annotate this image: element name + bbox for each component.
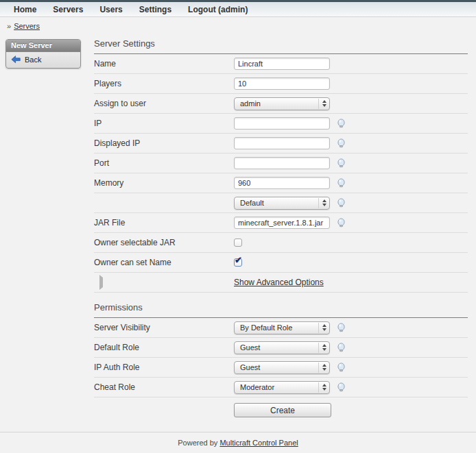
owner-selectable-jar-checkbox[interactable]: ✔	[234, 238, 242, 247]
server-settings-heading: Server Settings	[94, 38, 468, 49]
form-row-memory: Memory	[94, 173, 468, 193]
footer-text: Powered by	[178, 439, 217, 447]
footer: Powered by Multicraft Control Panel	[0, 432, 476, 453]
up-down-arrows-icon	[318, 198, 326, 208]
form-row-port: Port	[94, 154, 468, 173]
server-visibility-select[interactable]: By Default Role	[234, 321, 330, 334]
up-down-arrows-icon	[318, 99, 326, 109]
default-role-label: Default Role	[94, 343, 234, 352]
nav-item-logout[interactable]: Logout (admin)	[188, 5, 248, 14]
cheat-role-select[interactable]: Moderator	[234, 381, 330, 394]
bulb-icon[interactable]	[337, 119, 346, 129]
nav-item-settings[interactable]: Settings	[139, 5, 171, 14]
advanced-options-toggle	[94, 278, 234, 287]
form-row-ip-auth-role: IP Auth Role Guest	[94, 358, 468, 378]
default-role-select[interactable]: Guest	[234, 341, 330, 354]
nav-bar: Home Servers Users Settings Logout (admi…	[0, 0, 476, 17]
form-row-displayed-ip: Displayed IP	[94, 134, 468, 154]
memory-input[interactable]	[234, 177, 330, 189]
sidebar: New Server Back	[5, 39, 81, 69]
show-advanced-options-link[interactable]: Show Advanced Options	[234, 278, 324, 287]
bulb-icon[interactable]	[337, 138, 346, 149]
bulb-icon[interactable]	[337, 218, 346, 228]
bulb-icon[interactable]	[337, 178, 346, 188]
permissions-heading: Permissions	[94, 302, 468, 313]
nav-item-home[interactable]: Home	[14, 5, 36, 14]
main-content: Server Settings Name Players Assign to u…	[94, 38, 468, 421]
create-button[interactable]: Create	[234, 403, 331, 417]
breadcrumb: »Servers	[0, 17, 476, 34]
nav-item-servers[interactable]: Servers	[53, 5, 83, 14]
breadcrumb-separator: »	[7, 22, 11, 30]
jar-preset-select[interactable]: Default	[234, 197, 330, 210]
triangle-right-icon	[99, 275, 103, 290]
port-label: Port	[94, 158, 234, 168]
checkmark-icon: ✔	[235, 255, 242, 265]
bulb-icon[interactable]	[337, 158, 346, 169]
server-visibility-label: Server Visibility	[94, 323, 234, 332]
form-row-owner-can-set-name: Owner can set Name ✔	[94, 253, 468, 273]
form-row-jar-preset: Default	[94, 193, 468, 213]
assign-to-user-select-value: admin	[240, 99, 318, 108]
form-row-assign-to-user: Assign to user admin	[94, 94, 468, 114]
jar-file-label: JAR File	[94, 218, 234, 228]
ip-label: IP	[94, 119, 234, 128]
sidebar-title: New Server	[6, 40, 80, 52]
server-visibility-select-value: By Default Role	[240, 323, 318, 332]
bulb-icon[interactable]	[337, 198, 346, 208]
form-row-owner-selectable-jar: Owner selectable JAR ✔	[94, 233, 468, 253]
players-label: Players	[94, 79, 234, 88]
form-row-name: Name	[94, 54, 468, 74]
default-role-select-value: Guest	[240, 343, 318, 352]
back-button-label: Back	[25, 56, 41, 64]
bulb-icon[interactable]	[337, 363, 346, 373]
memory-label: Memory	[94, 178, 234, 188]
form-row-cheat-role: Cheat Role Moderator	[94, 378, 468, 397]
up-down-arrows-icon	[318, 382, 326, 393]
up-down-arrows-icon	[318, 323, 326, 333]
owner-selectable-jar-label: Owner selectable JAR	[94, 238, 234, 247]
owner-can-set-name-checkbox[interactable]: ✔	[234, 258, 242, 267]
name-input[interactable]	[234, 58, 330, 70]
up-down-arrows-icon	[318, 363, 326, 373]
assign-to-user-select[interactable]: admin	[234, 97, 330, 110]
assign-to-user-label: Assign to user	[94, 99, 234, 108]
players-input[interactable]	[234, 77, 330, 90]
form-row-create: Create	[94, 397, 468, 421]
jar-preset-select-value: Default	[240, 199, 318, 207]
ip-auth-role-select-value: Guest	[240, 363, 318, 371]
cheat-role-select-value: Moderator	[240, 383, 318, 391]
ip-input[interactable]	[234, 117, 330, 130]
form-row-jar-file: JAR File	[94, 213, 468, 233]
nav-item-users[interactable]: Users	[99, 5, 122, 14]
port-input[interactable]	[234, 157, 330, 169]
displayed-ip-label: Displayed IP	[94, 138, 234, 148]
displayed-ip-input[interactable]	[234, 137, 330, 149]
form-row-players: Players	[94, 74, 468, 94]
form-row-server-visibility: Server Visibility By Default Role	[94, 318, 468, 338]
form-row-advanced-options: Show Advanced Options	[94, 273, 468, 293]
ip-auth-role-select[interactable]: Guest	[234, 361, 330, 374]
owner-can-set-name-label: Owner can set Name	[94, 258, 234, 267]
jar-file-input[interactable]	[234, 217, 330, 229]
bulb-icon[interactable]	[337, 382, 346, 393]
footer-link-multicraft[interactable]: Multicraft Control Panel	[219, 439, 298, 447]
bulb-icon[interactable]	[337, 323, 346, 333]
name-label: Name	[94, 59, 234, 69]
cheat-role-label: Cheat Role	[94, 382, 234, 392]
bulb-icon[interactable]	[337, 343, 346, 353]
back-button[interactable]: Back	[6, 52, 80, 68]
up-down-arrows-icon	[318, 343, 326, 353]
form-row-default-role: Default Role Guest	[94, 338, 468, 358]
breadcrumb-link-servers[interactable]: Servers	[14, 22, 40, 30]
form-row-ip: IP	[94, 114, 468, 134]
arrow-left-icon	[11, 56, 21, 64]
ip-auth-role-label: IP Auth Role	[94, 363, 234, 372]
